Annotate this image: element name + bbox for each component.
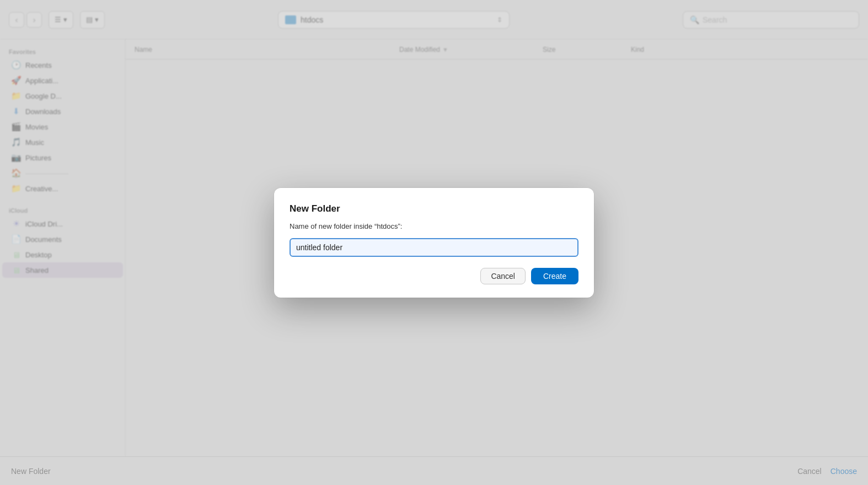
new-folder-dialog: New Folder Name of new folder inside “ht…: [274, 188, 594, 298]
dialog-cancel-button[interactable]: Cancel: [480, 268, 526, 284]
folder-name-input[interactable]: [290, 238, 578, 257]
dialog-subtitle: Name of new folder inside “htdocs”:: [290, 222, 578, 230]
dialog-backdrop: New Folder Name of new folder inside “ht…: [0, 0, 868, 485]
dialog-create-button[interactable]: Create: [531, 268, 578, 284]
dialog-title: New Folder: [290, 203, 578, 214]
dialog-buttons: Cancel Create: [290, 268, 578, 284]
